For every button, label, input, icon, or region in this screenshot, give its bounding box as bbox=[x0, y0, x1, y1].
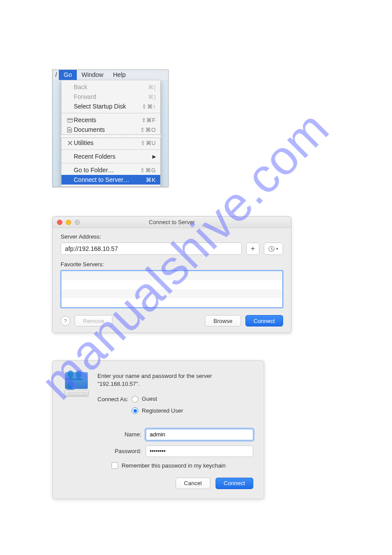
menubar-item-window[interactable]: Window bbox=[77, 70, 108, 80]
connect-as-label: Connect As: bbox=[97, 395, 128, 403]
password-label: Password: bbox=[63, 448, 146, 454]
menu-separator bbox=[61, 149, 160, 150]
menu-item-recent-folders[interactable]: Recent Folders ▶ bbox=[61, 152, 160, 161]
connect-button[interactable]: Connect bbox=[216, 478, 253, 489]
documents-icon bbox=[66, 127, 74, 133]
name-row: Name: bbox=[63, 429, 253, 440]
connect-button[interactable]: Connect bbox=[245, 315, 283, 326]
checkbox-icon bbox=[111, 462, 118, 469]
menu-separator bbox=[61, 163, 160, 163]
menu-item-recents[interactable]: Recents ⇧⌘F bbox=[61, 115, 160, 125]
utilities-icon bbox=[66, 140, 74, 146]
remove-button: Remove bbox=[75, 315, 112, 326]
menu-label: Documents bbox=[74, 126, 140, 133]
list-item bbox=[61, 280, 282, 290]
menu-shortcut: ⇧⌘U bbox=[140, 140, 156, 146]
remember-row[interactable]: Remember this password in my keychain bbox=[111, 462, 253, 469]
recent-servers-button[interactable]: ▾ bbox=[264, 243, 283, 255]
list-item bbox=[61, 289, 282, 298]
menubar-item-partial: / bbox=[53, 70, 59, 80]
menu-label: Connect to Server… bbox=[74, 176, 146, 183]
svg-rect-0 bbox=[67, 119, 73, 122]
menubar: / Go Window Help bbox=[53, 70, 168, 80]
menu-item-forward: Forward ⌘] bbox=[61, 92, 160, 102]
radio-label: Registered User bbox=[142, 407, 183, 415]
people-icon: 👤👤👤 bbox=[65, 370, 88, 391]
add-favorite-button[interactable]: + bbox=[246, 243, 259, 255]
menu-label: Forward bbox=[74, 93, 148, 100]
menu-shortcut: ⌘] bbox=[148, 94, 156, 100]
connect-footer: ? Remove Browse Connect bbox=[61, 315, 283, 326]
menu-item-back: Back ⌘[ bbox=[61, 82, 160, 92]
radio-icon bbox=[132, 407, 138, 414]
cancel-button[interactable]: Cancel bbox=[176, 478, 210, 489]
menu-label: Recents bbox=[74, 116, 141, 123]
list-item bbox=[61, 271, 282, 280]
name-label: Name: bbox=[63, 431, 146, 438]
go-menu-screenshot: / Go Window Help Back ⌘[ Forward ⌘] Sele… bbox=[52, 69, 169, 187]
password-row: Password: bbox=[63, 446, 253, 457]
remember-label: Remember this password in my keychain bbox=[122, 462, 226, 469]
auth-message: Enter your name and password for the ser… bbox=[97, 372, 253, 423]
radio-label: Guest bbox=[142, 395, 157, 403]
titlebar: Connect to Server bbox=[53, 217, 291, 228]
menu-separator bbox=[61, 113, 160, 113]
auth-message-line1: Enter your name and password for the ser… bbox=[97, 372, 253, 380]
favorite-servers-list[interactable] bbox=[61, 270, 283, 308]
menu-item-utilities[interactable]: Utilities ⇧⌘U bbox=[61, 138, 160, 148]
window-title: Connect to Server bbox=[53, 219, 291, 225]
go-menu-dropdown: Back ⌘[ Forward ⌘] Select Startup Disk ⇧… bbox=[61, 80, 161, 187]
radio-icon bbox=[132, 396, 138, 403]
browse-button[interactable]: Browse bbox=[205, 315, 241, 326]
connect-to-server-window: Connect to Server Server Address: + ▾ Fa… bbox=[52, 216, 291, 333]
list-item bbox=[61, 298, 282, 308]
menu-label: Select Startup Disk bbox=[74, 103, 142, 110]
plus-icon: + bbox=[251, 245, 255, 253]
server-address-input[interactable] bbox=[61, 243, 242, 255]
chevron-down-icon: ▾ bbox=[276, 247, 278, 251]
menu-shortcut: ⇧⌘↑ bbox=[142, 103, 156, 110]
auth-message-line2: "192.168.10.57". bbox=[97, 380, 253, 388]
menubar-item-go[interactable]: Go bbox=[59, 70, 77, 80]
menu-shortcut: ⇧⌘G bbox=[140, 167, 156, 174]
server-address-row: + ▾ bbox=[61, 243, 283, 255]
server-icon: 👤👤👤 bbox=[63, 372, 90, 399]
menu-shortcut: ⇧⌘F bbox=[141, 117, 156, 123]
help-button[interactable]: ? bbox=[61, 316, 70, 326]
menu-item-select-startup-disk[interactable]: Select Startup Disk ⇧⌘↑ bbox=[61, 102, 160, 111]
connect-as-radios: Guest Registered User bbox=[132, 395, 183, 414]
menu-shortcut: ⌘K bbox=[146, 177, 156, 183]
connect-body: Server Address: + ▾ Favorite Servers: ? … bbox=[53, 228, 291, 333]
auth-footer: Cancel Connect bbox=[63, 478, 253, 489]
question-icon: ? bbox=[64, 318, 67, 324]
favorite-servers-label: Favorite Servers: bbox=[61, 261, 283, 268]
menu-shortcut: ⇧⌘O bbox=[140, 127, 156, 133]
name-input[interactable] bbox=[146, 429, 253, 440]
menubar-item-help[interactable]: Help bbox=[108, 70, 130, 80]
menu-shortcut: ⌘[ bbox=[148, 84, 156, 91]
menu-item-documents[interactable]: Documents ⇧⌘O bbox=[61, 125, 160, 134]
clock-icon bbox=[269, 246, 274, 252]
submenu-arrow-icon: ▶ bbox=[152, 154, 156, 160]
password-input[interactable] bbox=[146, 446, 253, 457]
server-address-label: Server Address: bbox=[61, 233, 283, 240]
menu-label: Recent Folders bbox=[74, 153, 152, 160]
menu-item-connect-to-server[interactable]: Connect to Server… ⌘K bbox=[61, 175, 160, 185]
radio-guest[interactable]: Guest bbox=[132, 395, 183, 403]
menu-label: Utilities bbox=[74, 139, 140, 146]
radio-registered-user[interactable]: Registered User bbox=[132, 407, 183, 415]
truncation-indicator bbox=[61, 134, 161, 138]
auth-header: 👤👤👤 Enter your name and password for the… bbox=[63, 372, 253, 423]
menu-label: Back bbox=[74, 83, 148, 91]
menu-label: Go to Folder… bbox=[74, 167, 140, 174]
auth-dialog: 👤👤👤 Enter your name and password for the… bbox=[52, 360, 264, 499]
menu-item-go-to-folder[interactable]: Go to Folder… ⇧⌘G bbox=[61, 165, 160, 175]
recents-icon bbox=[66, 118, 74, 123]
